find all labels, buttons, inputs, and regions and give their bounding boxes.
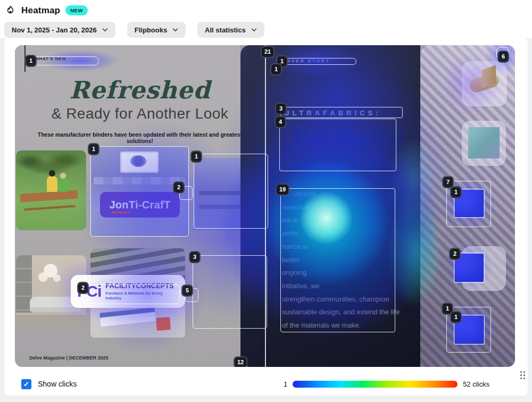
click-count-badge[interactable]: 21 xyxy=(261,46,275,58)
click-count-badge[interactable]: 5 xyxy=(181,284,193,297)
show-clicks-label: Show clicks xyxy=(38,380,77,388)
headline-rest: & Ready for Another Look xyxy=(47,105,233,122)
click-count-badge[interactable]: 1 xyxy=(450,311,462,323)
show-clicks-toggle[interactable]: ✓ Show clicks xyxy=(21,379,77,389)
click-zone[interactable] xyxy=(265,45,266,367)
chevron-down-icon xyxy=(251,28,257,32)
legend-gradient-bar xyxy=(293,381,458,388)
bottom-bar: ✓ Show clicks 1 52 clicks xyxy=(4,372,528,396)
click-count-badge[interactable]: 2 xyxy=(449,248,461,260)
date-range-filter[interactable]: Nov 1, 2025 - Jan 20, 2026 xyxy=(4,22,115,38)
click-count-badge[interactable]: 6 xyxy=(497,51,509,63)
click-count-badge[interactable]: 3 xyxy=(189,251,201,263)
click-zone[interactable] xyxy=(280,107,403,118)
click-zone[interactable] xyxy=(279,119,396,171)
headline-script: Refreshed xyxy=(47,76,233,104)
click-count-badge[interactable]: 3 xyxy=(275,103,287,115)
click-count-badge[interactable]: 1 xyxy=(450,186,462,198)
flame-icon xyxy=(5,5,16,16)
click-count-badge[interactable]: 2 xyxy=(173,181,185,194)
click-count-badge[interactable]: 12 xyxy=(234,356,247,367)
page-title: Heatmap xyxy=(21,5,60,16)
heatmap-panel: WHAT'S NEW Refreshed & Ready for Another… xyxy=(4,38,528,396)
click-count-badge[interactable]: 1 xyxy=(25,55,37,67)
fabric-card-tan xyxy=(462,61,507,106)
chevron-down-icon xyxy=(172,28,178,32)
deck-text: These manufacturer binders have been upd… xyxy=(31,131,249,144)
click-zone[interactable] xyxy=(277,58,356,65)
click-zone[interactable] xyxy=(193,255,267,329)
fabric-card-teal xyxy=(462,121,506,166)
new-badge: NEW xyxy=(65,5,88,15)
statistics-filter[interactable]: All statistics xyxy=(197,22,264,38)
click-count-badge[interactable]: 1 xyxy=(190,150,202,163)
click-count-badge[interactable]: 1 xyxy=(270,63,282,76)
click-count-badge[interactable]: 19 xyxy=(276,183,289,196)
chevron-down-icon xyxy=(102,28,108,32)
click-zone[interactable] xyxy=(31,56,99,65)
header: Heatmap NEW Nov 1, 2025 - Jan 20, 2026 F… xyxy=(0,0,532,38)
click-count-badge[interactable]: 4 xyxy=(275,116,286,128)
drag-handle-icon[interactable] xyxy=(520,371,526,380)
clicks-legend: 1 52 clicks xyxy=(284,372,489,396)
magazine-footer: Delve Magazine | DECEMBER 2025 xyxy=(29,355,109,361)
photo-kids-picnic-table xyxy=(16,150,86,230)
click-zone[interactable] xyxy=(280,188,395,332)
left-headline: Refreshed & Ready for Another Look xyxy=(47,76,233,122)
legend-min: 1 xyxy=(284,380,287,388)
click-count-badge[interactable]: 1 xyxy=(88,143,99,155)
flipbook-spread[interactable]: WHAT'S NEW Refreshed & Ready for Another… xyxy=(15,45,515,367)
click-zone[interactable] xyxy=(82,284,180,304)
flipbooks-filter[interactable]: Flipbooks xyxy=(127,22,186,38)
legend-max: 52 clicks xyxy=(463,380,489,388)
click-count-badge[interactable]: 2 xyxy=(77,282,89,294)
click-zone[interactable] xyxy=(194,154,268,229)
show-clicks-checkbox[interactable]: ✓ xyxy=(21,379,31,389)
